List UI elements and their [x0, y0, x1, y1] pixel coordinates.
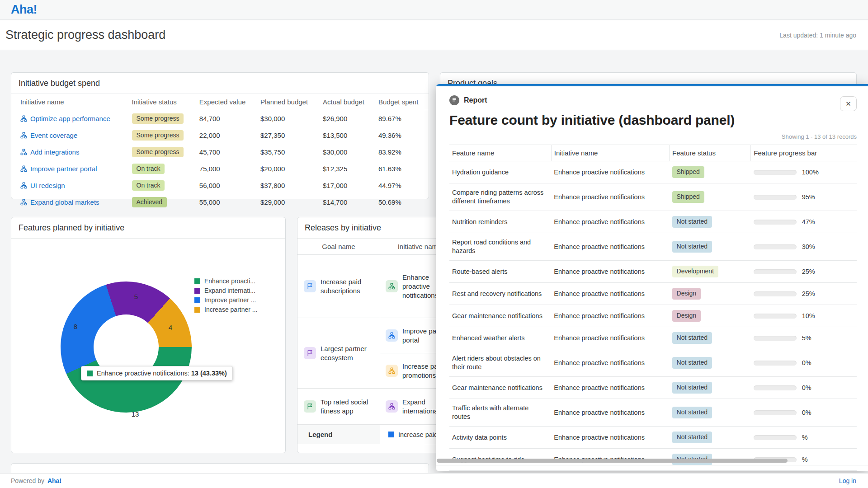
slice-value-label: 4: [169, 324, 172, 331]
table-row: Enhanced weather alerts Enhance proactiv…: [449, 327, 857, 349]
initiative-icon: [386, 400, 398, 413]
table-row: Increase paid subscriptions Enhance proa…: [297, 255, 459, 318]
legend-item[interactable]: Expand internati...: [194, 287, 258, 294]
progress-label: 47%: [802, 218, 815, 226]
feature-name[interactable]: Compare riding patterns across different…: [449, 183, 551, 211]
column-header[interactable]: Planned budget: [257, 94, 319, 110]
page-footer: Powered byAha! Log in: [0, 473, 868, 488]
goal-name[interactable]: Largest partner ecosystem: [321, 344, 376, 362]
progress-bar: [754, 336, 797, 341]
initiative-name: Enhance proactive notifications: [551, 427, 669, 449]
legend-title: Legend: [297, 425, 380, 444]
column-header[interactable]: Budget spent: [375, 94, 429, 110]
initiative-name: Enhance proactive notifications: [551, 283, 669, 305]
page-header: Strategic progress dashboard Last update…: [0, 20, 868, 50]
feature-name[interactable]: Activity data points: [449, 427, 551, 449]
feature-name[interactable]: Traffic alerts with alternate routes: [449, 399, 551, 427]
initiative-name: Enhance proactive notifications: [551, 183, 669, 211]
initiative-link[interactable]: Add integrations: [30, 148, 79, 156]
feature-name[interactable]: Rest and recovery notifications: [449, 283, 551, 305]
top-nav-bar: Aha!: [0, 0, 868, 20]
status-badge: Some progress: [132, 130, 184, 141]
planned-budget: $35,750: [257, 144, 319, 160]
aha-logo[interactable]: Aha!: [11, 3, 37, 17]
tooltip-swatch: [87, 371, 93, 376]
legend-label: Improve partner ...: [204, 296, 256, 304]
feature-name[interactable]: Alert riders about obstacles on their ro…: [449, 349, 551, 377]
initiative-link[interactable]: Event coverage: [30, 131, 77, 139]
aha-footer-logo[interactable]: Aha!: [47, 477, 61, 484]
initiative-link[interactable]: UI redesign: [30, 182, 65, 189]
status-badge: On track: [132, 180, 165, 191]
initiative-link[interactable]: Expand global markets: [30, 198, 99, 206]
table-row: Optimize app performance Some progress 8…: [11, 110, 429, 127]
table-row: Traffic alerts with alternate routes Enh…: [449, 399, 857, 427]
initiative-name: Enhance proactive notifications: [551, 377, 669, 399]
table-row: Gear maintenance notifications Enhance p…: [449, 377, 857, 399]
close-icon[interactable]: ✕: [840, 96, 857, 111]
goal-flag-icon: [304, 280, 316, 292]
budget-spent: 61.63%: [375, 160, 429, 177]
table-row: Route-based alerts Enhance proactive not…: [449, 261, 857, 283]
column-header[interactable]: Expected value: [196, 94, 257, 110]
table-row: Improve partner portal On track 75,000 $…: [11, 160, 429, 177]
actual-budget: $12,325: [319, 160, 375, 177]
initiative-link[interactable]: Improve partner portal: [30, 165, 97, 173]
status-badge: Shipped: [672, 191, 704, 203]
legend-item[interactable]: Enhance proacti...: [194, 277, 258, 285]
planned-budget: $30,000: [257, 110, 319, 127]
table-row: Activity data points Enhance proactive n…: [449, 427, 857, 449]
progress-bar: [754, 220, 797, 225]
column-header[interactable]: Actual budget: [319, 94, 375, 110]
feature-name[interactable]: Nutrition reminders: [449, 211, 551, 233]
status-badge: Design: [672, 288, 701, 300]
column-header[interactable]: Initiative name: [11, 94, 128, 110]
column-header[interactable]: Feature status: [670, 145, 751, 161]
releases-header-row: Goal name Initiative name: [297, 239, 459, 255]
progress-bar: [754, 269, 797, 274]
releases-panel: Releases by initiative Goal name Initiat…: [297, 217, 459, 453]
horizontal-scrollbar[interactable]: [437, 459, 788, 463]
page-title: Strategic progress dashboard: [5, 28, 165, 42]
progress-label: 95%: [802, 193, 815, 202]
status-badge: Not started: [672, 357, 712, 369]
initiative-icon: [20, 182, 27, 189]
feature-table: Feature name Initiative name Feature sta…: [449, 145, 857, 471]
feature-name[interactable]: Gear maintenance notifications: [449, 305, 551, 327]
status-badge: Not started: [672, 407, 712, 418]
initiative-link[interactable]: Optimize app performance: [30, 115, 110, 122]
initiative-name: Enhance proactive notifications: [551, 327, 669, 349]
planned-budget: $29,000: [257, 194, 319, 211]
progress-label: 5%: [802, 334, 811, 343]
table-row: Expand global markets Achieved 55,000 $2…: [11, 194, 429, 211]
column-header[interactable]: Initiative name: [551, 145, 669, 161]
last-updated-text: Last updated: 1 minute ago: [779, 32, 856, 39]
status-badge: Shipped: [672, 166, 704, 178]
report-modal: Report ✕ Feature count by initiative (da…: [436, 84, 868, 471]
goal-name[interactable]: Increase paid subscriptions: [321, 277, 376, 296]
table-row: Nutrition reminders Enhance proactive no…: [449, 211, 857, 233]
slice-value-label: 8: [74, 323, 77, 330]
log-in-link[interactable]: Log in: [839, 477, 856, 484]
column-header[interactable]: Initiative status: [128, 94, 196, 110]
progress-label: 100%: [802, 168, 819, 177]
status-badge: Not started: [672, 432, 712, 443]
feature-name[interactable]: Gear maintenance notifications: [449, 377, 551, 399]
feature-name[interactable]: Enhanced weather alerts: [449, 327, 551, 349]
feature-name[interactable]: Hydration guidance: [449, 161, 551, 183]
progress-bar: [754, 170, 797, 175]
column-header[interactable]: Feature progress bar: [751, 145, 857, 161]
goal-name[interactable]: Top rated social fitness app: [321, 398, 376, 416]
legend-item[interactable]: Increase partner ...: [194, 306, 258, 313]
donut-chart[interactable]: [61, 282, 192, 413]
budget-spent: 44.97%: [375, 177, 429, 194]
legend-item[interactable]: Improve partner ...: [194, 296, 258, 304]
column-header[interactable]: Goal name: [297, 239, 380, 254]
feature-name[interactable]: Route-based alerts: [449, 261, 551, 283]
progress-bar: [754, 244, 797, 249]
modal-divider: [436, 465, 868, 465]
table-row: Add integrations Some progress 45,700 $3…: [11, 144, 429, 160]
column-header[interactable]: Feature name: [449, 145, 551, 161]
initiative-name: Enhance proactive notifications: [551, 161, 669, 183]
feature-name[interactable]: Report road conditions and hazards: [449, 233, 551, 261]
